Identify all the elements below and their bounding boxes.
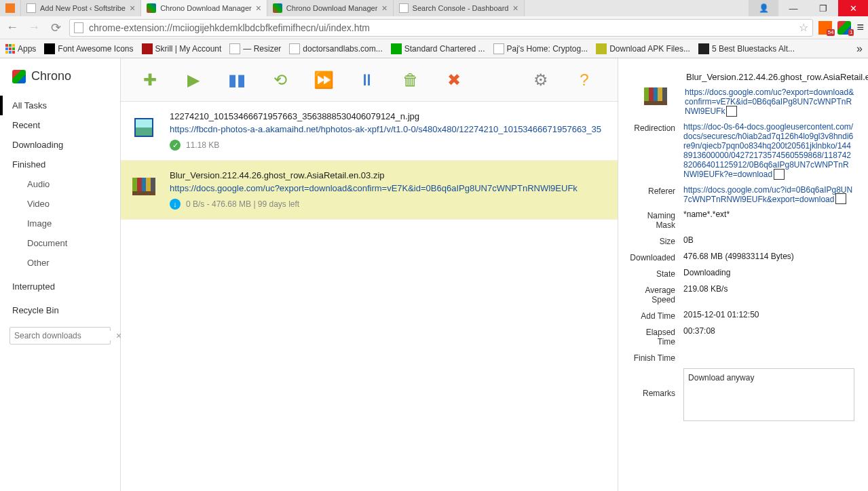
browser-tab[interactable] (0, 0, 21, 16)
bookmark-star-icon[interactable]: ☆ (799, 21, 808, 34)
nav-all-tasks[interactable]: All Tasks (0, 96, 120, 115)
user-button[interactable]: 👤 (749, 0, 778, 16)
bookmark-item[interactable]: Skrill | My Account (142, 43, 222, 54)
download-url[interactable]: https://docs.google.com/uc?export=downlo… (170, 183, 601, 193)
bookmark-item[interactable]: Standard Chartered ... (391, 43, 485, 54)
bookmark-item[interactable]: Download APK Files... (596, 43, 690, 54)
details-state: Downloading (683, 268, 854, 279)
tab-label: Add New Post ‹ Softstribe (40, 4, 126, 12)
label: — Resizer (243, 44, 281, 54)
close-icon[interactable]: × (256, 3, 261, 13)
remarks-textarea[interactable] (683, 368, 854, 421)
settings-button[interactable]: ⚙ (531, 70, 551, 90)
reload-button[interactable]: ⟳ (48, 20, 64, 36)
favicon (493, 43, 504, 54)
browser-tab[interactable]: Search Console - Dashboard× (394, 0, 525, 16)
status-text: 0 B/s - 476.68 MB | 99 days left (186, 199, 299, 209)
details-elapsed-time: 00:37:08 (683, 326, 854, 347)
extension-icon[interactable]: 54 (818, 21, 832, 35)
nav-interrupted[interactable]: Interrupted (0, 277, 120, 296)
favicon (698, 43, 709, 54)
search-input[interactable] (14, 331, 116, 340)
add-task-button[interactable]: ✚ (140, 70, 160, 90)
browser-tab[interactable]: Add New Post ‹ Softstribe× (21, 0, 141, 16)
browser-tab[interactable]: Chrono Download Manager× (141, 0, 267, 16)
label: doctorsandlabs.com... (303, 44, 382, 54)
details-size: 0B (683, 235, 854, 246)
pause-all-button[interactable]: ⏸ (357, 70, 377, 90)
archive-icon (132, 178, 155, 195)
label: Skrill | My Account (155, 44, 222, 54)
bookmark-item[interactable]: — Resizer (229, 43, 281, 54)
search-downloads[interactable]: × (10, 327, 111, 345)
status-done-icon: ✓ (170, 140, 181, 151)
restart-button[interactable]: ⟲ (270, 70, 290, 90)
hamburger-menu-icon[interactable]: ≡ (856, 20, 864, 35)
bookmarks-overflow[interactable]: » (856, 43, 863, 55)
nav-finished-other[interactable]: Other (0, 253, 120, 273)
bookmark-item[interactable]: 5 Best Bluestacks Alt... (698, 43, 795, 54)
details-redirection[interactable]: https://doc-0s-64-docs.googleusercontent… (683, 122, 854, 180)
nav-downloading[interactable]: Downloading (0, 135, 120, 155)
url-text: chrome-extension://mciiogijehkdemklbdcbf… (89, 22, 799, 33)
details-downloaded: 476.68 MB (499833114 Bytes) (683, 252, 854, 262)
details-avg-speed: 219.08 KB/s (683, 284, 854, 305)
label-size: Size (626, 235, 683, 246)
nav-recent[interactable]: Recent (0, 115, 120, 135)
download-filename: 12274210_10153466671957663_3563888530406… (170, 111, 601, 121)
close-icon[interactable]: × (130, 3, 135, 13)
tab-label: Search Console - Dashboard (413, 4, 509, 12)
details-finish-time (683, 352, 854, 363)
label: 5 Best Bluestacks Alt... (712, 44, 795, 54)
download-url[interactable]: https://fbcdn-photos-a-a.akamaihd.net/hp… (170, 124, 601, 134)
minimize-button[interactable]: — (778, 0, 808, 16)
label-finish-time: Finish Time (626, 352, 683, 363)
download-row[interactable]: 12274210_10153466671957663_3563888530406… (121, 102, 618, 161)
details-referer[interactable]: https://docs.google.com/uc?id=0B6q6aIPg8… (683, 185, 854, 205)
apps-button[interactable]: Apps (5, 44, 36, 54)
download-row[interactable]: Blur_Version.212.44.26.ghost_row.AsiaRet… (121, 161, 618, 220)
forward-button[interactable]: → (26, 20, 42, 36)
apps-icon (5, 44, 15, 54)
nav-finished-document[interactable]: Document (0, 233, 120, 253)
favicon (142, 43, 153, 54)
help-button[interactable]: ? (574, 70, 595, 90)
copy-icon[interactable] (775, 170, 785, 180)
image-icon (134, 118, 153, 137)
nav-finished[interactable]: Finished (0, 155, 120, 174)
trash-button[interactable]: 🗑 (400, 70, 421, 90)
pause-button[interactable]: ▮▮ (227, 70, 247, 90)
extension-icon[interactable]: 1 (837, 21, 851, 35)
close-icon[interactable]: × (381, 3, 387, 13)
close-icon[interactable]: × (512, 3, 518, 13)
bookmark-item[interactable]: doctorsandlabs.com... (289, 43, 382, 54)
omnibox[interactable]: chrome-extension://mciiogijehkdemklbdcbf… (69, 19, 813, 37)
content-pane: ✚ ▶ ▮▮ ⟲ ⏩ ⏸ 🗑 ✖ ⚙ ? 12274210_1015346667… (121, 58, 618, 491)
sidebar: Chrono All Tasks Recent Downloading Fini… (0, 58, 121, 491)
details-url[interactable]: https://docs.google.com/uc?export=downlo… (685, 87, 854, 117)
bookmarks-bar: Apps Font Awesome Icons Skrill | My Acco… (0, 39, 868, 58)
nav-finished-image[interactable]: Image (0, 214, 120, 233)
bookmark-item[interactable]: Paj's Home: Cryptog... (493, 43, 588, 54)
label-naming-mask: Naming Mask (626, 210, 683, 230)
back-button[interactable]: ← (4, 20, 20, 36)
copy-icon[interactable] (837, 195, 846, 204)
delete-button[interactable]: ✖ (444, 70, 464, 90)
maximize-button[interactable]: ❐ (808, 0, 838, 16)
start-all-button[interactable]: ⏩ (314, 70, 334, 90)
bookmark-item[interactable]: Font Awesome Icons (44, 43, 133, 54)
nav-finished-audio[interactable]: Audio (0, 174, 120, 194)
label-remarks: Remarks (626, 368, 683, 423)
extension-badge: 54 (827, 29, 835, 36)
label-state: State (626, 268, 683, 279)
file-icon (130, 173, 157, 200)
copy-icon[interactable] (728, 107, 737, 117)
label-downloaded: Downloaded (626, 252, 683, 262)
app-logo: Chrono (0, 65, 120, 96)
nav-finished-video[interactable]: Video (0, 194, 120, 214)
nav-recycle-bin[interactable]: Recycle Bin (0, 300, 120, 320)
close-button[interactable]: ✕ (838, 0, 868, 16)
start-button[interactable]: ▶ (183, 70, 204, 90)
browser-tab[interactable]: Chrono Download Manager× (267, 0, 394, 16)
details-add-time: 2015-12-01 01:12:50 (683, 310, 854, 321)
